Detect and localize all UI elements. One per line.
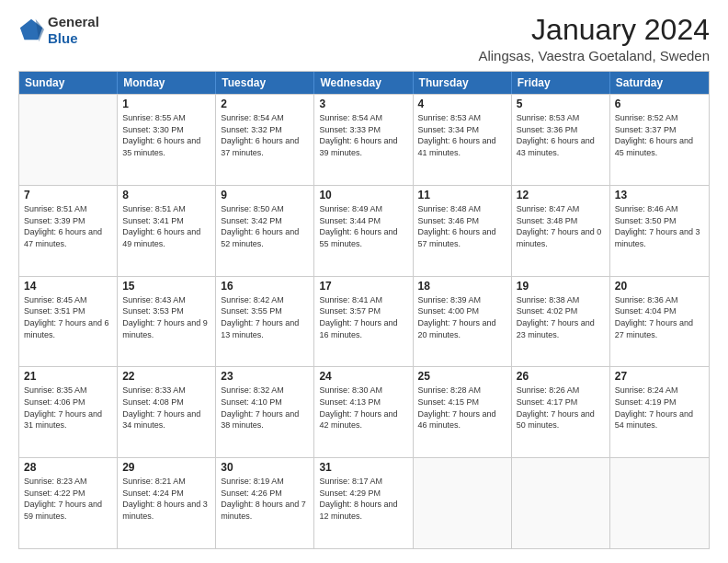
cell-date: 18 — [418, 280, 506, 293]
calendar-cell-w5d3: 30Sunrise: 8:19 AMSunset: 4:26 PMDayligh… — [216, 458, 314, 548]
calendar-cell-w5d2: 29Sunrise: 8:21 AMSunset: 4:24 PMDayligh… — [118, 458, 216, 548]
cell-info: Sunrise: 8:47 AMSunset: 3:48 PMDaylight:… — [517, 203, 605, 249]
cell-date: 19 — [517, 280, 605, 293]
calendar-cell-w4d3: 23Sunrise: 8:32 AMSunset: 4:10 PMDayligh… — [216, 367, 314, 457]
cell-info: Sunrise: 8:43 AMSunset: 3:53 PMDaylight:… — [122, 294, 210, 340]
calendar-cell-w3d6: 19Sunrise: 8:38 AMSunset: 4:02 PMDayligh… — [512, 277, 610, 367]
calendar-cell-w4d1: 21Sunrise: 8:35 AMSunset: 4:06 PMDayligh… — [19, 367, 118, 457]
header-friday: Friday — [512, 72, 610, 94]
cell-info: Sunrise: 8:53 AMSunset: 3:36 PMDaylight:… — [517, 112, 605, 158]
page: General Blue January 2024 Alingsas, Vaes… — [0, 0, 728, 563]
cell-info: Sunrise: 8:51 AMSunset: 3:41 PMDaylight:… — [122, 203, 210, 249]
calendar-cell-w2d4: 10Sunrise: 8:49 AMSunset: 3:44 PMDayligh… — [314, 186, 413, 276]
cell-date: 27 — [615, 370, 704, 383]
cell-info: Sunrise: 8:24 AMSunset: 4:19 PMDaylight:… — [615, 385, 704, 431]
calendar-row-3: 14Sunrise: 8:45 AMSunset: 3:51 PMDayligh… — [19, 276, 709, 367]
cell-info: Sunrise: 8:53 AMSunset: 3:34 PMDaylight:… — [418, 112, 506, 158]
title-block: January 2024 Alingsas, Vaestra Goetaland… — [478, 14, 710, 63]
cell-date: 1 — [122, 98, 210, 110]
cell-info: Sunrise: 8:38 AMSunset: 4:02 PMDaylight:… — [517, 294, 605, 340]
calendar-cell-w1d4: 3Sunrise: 8:54 AMSunset: 3:33 PMDaylight… — [314, 95, 413, 185]
calendar-body: 1Sunrise: 8:55 AMSunset: 3:30 PMDaylight… — [19, 94, 709, 548]
cell-info: Sunrise: 8:21 AMSunset: 4:24 PMDaylight:… — [122, 476, 210, 522]
logo-general: General — [48, 14, 99, 29]
cell-info: Sunrise: 8:36 AMSunset: 4:04 PMDaylight:… — [615, 294, 704, 340]
calendar-cell-w4d2: 22Sunrise: 8:33 AMSunset: 4:08 PMDayligh… — [118, 367, 216, 457]
calendar-cell-w3d3: 16Sunrise: 8:42 AMSunset: 3:55 PMDayligh… — [216, 277, 314, 367]
cell-date: 14 — [24, 280, 112, 293]
calendar-cell-w5d6 — [512, 458, 610, 548]
cell-info: Sunrise: 8:32 AMSunset: 4:10 PMDaylight:… — [221, 385, 309, 431]
cell-date: 2 — [221, 98, 309, 110]
logo-text: General Blue — [48, 14, 99, 47]
cell-info: Sunrise: 8:48 AMSunset: 3:46 PMDaylight:… — [418, 203, 506, 249]
cell-date: 6 — [615, 98, 704, 110]
cell-date: 16 — [221, 280, 309, 293]
cell-info: Sunrise: 8:45 AMSunset: 3:51 PMDaylight:… — [24, 294, 112, 340]
header-saturday: Saturday — [610, 72, 709, 94]
cell-date: 15 — [122, 280, 210, 293]
calendar-cell-w4d5: 25Sunrise: 8:28 AMSunset: 4:15 PMDayligh… — [414, 367, 512, 457]
calendar-row-1: 1Sunrise: 8:55 AMSunset: 3:30 PMDaylight… — [19, 94, 709, 185]
month-title: January 2024 — [478, 14, 710, 46]
cell-date: 29 — [122, 461, 210, 474]
logo: General Blue — [18, 14, 99, 47]
calendar-cell-w4d7: 27Sunrise: 8:24 AMSunset: 4:19 PMDayligh… — [610, 367, 709, 457]
cell-date: 17 — [319, 280, 407, 293]
cell-info: Sunrise: 8:52 AMSunset: 3:37 PMDaylight:… — [615, 112, 704, 158]
calendar-cell-w1d3: 2Sunrise: 8:54 AMSunset: 3:32 PMDaylight… — [216, 95, 314, 185]
cell-info: Sunrise: 8:17 AMSunset: 4:29 PMDaylight:… — [319, 476, 407, 522]
calendar-cell-w1d1 — [19, 95, 118, 185]
location-title: Alingsas, Vaestra Goetaland, Sweden — [478, 48, 710, 63]
cell-info: Sunrise: 8:51 AMSunset: 3:39 PMDaylight:… — [24, 203, 112, 249]
header-tuesday: Tuesday — [216, 72, 314, 94]
calendar-cell-w1d5: 4Sunrise: 8:53 AMSunset: 3:34 PMDaylight… — [414, 95, 512, 185]
calendar-row-2: 7Sunrise: 8:51 AMSunset: 3:39 PMDaylight… — [19, 185, 709, 276]
cell-date: 20 — [615, 280, 704, 293]
header-wednesday: Wednesday — [314, 72, 413, 94]
calendar-cell-w5d5 — [414, 458, 512, 548]
calendar-cell-w2d6: 12Sunrise: 8:47 AMSunset: 3:48 PMDayligh… — [512, 186, 610, 276]
calendar-cell-w2d5: 11Sunrise: 8:48 AMSunset: 3:46 PMDayligh… — [414, 186, 512, 276]
cell-info: Sunrise: 8:35 AMSunset: 4:06 PMDaylight:… — [24, 385, 112, 431]
cell-info: Sunrise: 8:46 AMSunset: 3:50 PMDaylight:… — [615, 203, 704, 249]
cell-date: 5 — [517, 98, 605, 110]
cell-date: 3 — [319, 98, 407, 110]
calendar-cell-w5d1: 28Sunrise: 8:23 AMSunset: 4:22 PMDayligh… — [19, 458, 118, 548]
cell-date: 8 — [122, 189, 210, 201]
cell-info: Sunrise: 8:49 AMSunset: 3:44 PMDaylight:… — [319, 203, 407, 249]
calendar-cell-w2d1: 7Sunrise: 8:51 AMSunset: 3:39 PMDaylight… — [19, 186, 118, 276]
cell-date: 10 — [319, 189, 407, 201]
calendar-cell-w3d7: 20Sunrise: 8:36 AMSunset: 4:04 PMDayligh… — [610, 277, 709, 367]
calendar-cell-w3d2: 15Sunrise: 8:43 AMSunset: 3:53 PMDayligh… — [118, 277, 216, 367]
calendar-cell-w1d7: 6Sunrise: 8:52 AMSunset: 3:37 PMDaylight… — [610, 95, 709, 185]
cell-info: Sunrise: 8:33 AMSunset: 4:08 PMDaylight:… — [122, 385, 210, 431]
cell-info: Sunrise: 8:30 AMSunset: 4:13 PMDaylight:… — [319, 385, 407, 431]
calendar-row-5: 28Sunrise: 8:23 AMSunset: 4:22 PMDayligh… — [19, 457, 709, 548]
cell-date: 28 — [24, 461, 112, 474]
cell-date: 26 — [517, 370, 605, 383]
cell-info: Sunrise: 8:23 AMSunset: 4:22 PMDaylight:… — [24, 476, 112, 522]
cell-date: 11 — [418, 189, 506, 201]
calendar-cell-w5d7 — [610, 458, 709, 548]
logo-icon — [18, 17, 44, 43]
cell-date: 9 — [221, 189, 309, 201]
cell-date: 4 — [418, 98, 506, 110]
calendar-cell-w3d5: 18Sunrise: 8:39 AMSunset: 4:00 PMDayligh… — [414, 277, 512, 367]
cell-date: 23 — [221, 370, 309, 383]
cell-date: 13 — [615, 189, 704, 201]
cell-info: Sunrise: 8:39 AMSunset: 4:00 PMDaylight:… — [418, 294, 506, 340]
header-monday: Monday — [118, 72, 216, 94]
cell-date: 22 — [122, 370, 210, 383]
calendar-cell-w1d6: 5Sunrise: 8:53 AMSunset: 3:36 PMDaylight… — [512, 95, 610, 185]
cell-info: Sunrise: 8:42 AMSunset: 3:55 PMDaylight:… — [221, 294, 309, 340]
cell-date: 21 — [24, 370, 112, 383]
cell-info: Sunrise: 8:54 AMSunset: 3:33 PMDaylight:… — [319, 112, 407, 158]
cell-info: Sunrise: 8:28 AMSunset: 4:15 PMDaylight:… — [418, 385, 506, 431]
calendar-cell-w2d3: 9Sunrise: 8:50 AMSunset: 3:42 PMDaylight… — [216, 186, 314, 276]
calendar-cell-w3d1: 14Sunrise: 8:45 AMSunset: 3:51 PMDayligh… — [19, 277, 118, 367]
calendar-cell-w2d7: 13Sunrise: 8:46 AMSunset: 3:50 PMDayligh… — [610, 186, 709, 276]
cell-info: Sunrise: 8:26 AMSunset: 4:17 PMDaylight:… — [517, 385, 605, 431]
cell-info: Sunrise: 8:41 AMSunset: 3:57 PMDaylight:… — [319, 294, 407, 340]
calendar-cell-w4d6: 26Sunrise: 8:26 AMSunset: 4:17 PMDayligh… — [512, 367, 610, 457]
